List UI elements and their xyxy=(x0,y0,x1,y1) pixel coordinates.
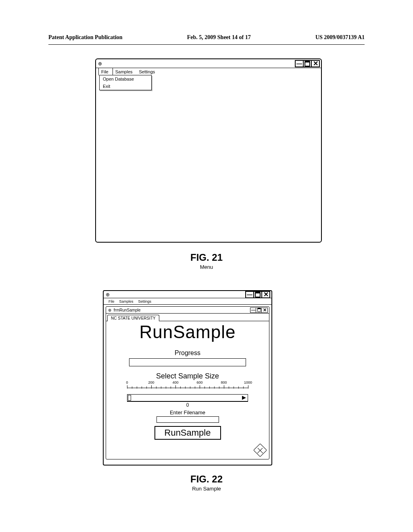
sample-size-slider[interactable] xyxy=(127,394,248,401)
slider-arrow-icon[interactable] xyxy=(242,396,246,400)
sample-size-ruler: 0 200 400 600 800 1000 xyxy=(127,383,248,394)
tab-nc-state[interactable]: NC STATE UNIVERSITY xyxy=(107,315,159,321)
page-header: Patent Application Publication Feb. 5, 2… xyxy=(48,34,365,41)
inner-titlebar: ⊕ frmRunSample — ✕ xyxy=(106,307,269,314)
fig21-caption: FIG. 21 Menu xyxy=(0,252,413,270)
menu-exit[interactable]: Exit xyxy=(100,83,151,90)
runsample-heading: RunSample xyxy=(117,322,258,342)
fig22-caption: FIG. 22 Run Sample xyxy=(0,474,413,492)
busy-spinner-icon xyxy=(253,443,267,457)
header-rule xyxy=(48,44,365,45)
tick-label: 0 xyxy=(126,380,128,384)
frm-run-sample-window: ⊕ frmRunSample — ✕ NC STATE UNIVERSITY R… xyxy=(106,306,269,459)
fig21-window: ⊕ — ✕ File Samples Settings Open Databas… xyxy=(95,58,322,243)
menu-settings[interactable]: Settings xyxy=(137,68,159,75)
fig21-titlebar: ⊕ — ✕ xyxy=(96,59,321,68)
sheet-label: Feb. 5, 2009 Sheet 14 of 17 xyxy=(187,34,251,41)
fig22-number: FIG. 22 xyxy=(0,474,413,485)
menu-settings[interactable]: Settings xyxy=(136,299,154,304)
sample-size-value: 0 xyxy=(127,401,248,408)
enter-filename-label: Enter Filename xyxy=(117,409,258,416)
progress-label: Progress xyxy=(117,349,258,357)
menu-samples[interactable]: Samples xyxy=(113,68,137,75)
minimize-button[interactable]: — xyxy=(295,60,304,67)
fig22-menubar: File Samples Settings xyxy=(104,298,271,305)
maximize-button[interactable] xyxy=(253,291,262,298)
select-sample-size-label: Select Sample Size xyxy=(117,372,258,380)
patent-number: US 2009/0037139 A1 xyxy=(315,34,365,41)
inner-window-title: frmRunSample xyxy=(114,308,141,312)
pub-label: Patent Application Publication xyxy=(48,34,123,41)
tick-label: 800 xyxy=(221,380,227,384)
tick-label: 400 xyxy=(172,380,178,384)
close-button[interactable]: ✕ xyxy=(311,60,320,67)
system-menu-icon[interactable]: ⊕ xyxy=(106,292,110,297)
slider-thumb-icon[interactable] xyxy=(128,395,131,401)
fig21-menubar: File Samples Settings xyxy=(96,68,321,75)
tick-label: 600 xyxy=(196,380,202,384)
close-button[interactable]: ✕ xyxy=(261,308,268,313)
menu-open-database[interactable]: Open Database xyxy=(100,75,151,83)
menu-file[interactable]: File xyxy=(98,68,113,75)
inner-tabstrip: NC STATE UNIVERSITY xyxy=(106,314,269,321)
system-menu-icon[interactable]: ⊕ xyxy=(108,308,111,312)
fig22-window: ⊕ — ✕ File Samples Settings ⊕ frmRunSamp… xyxy=(103,290,272,466)
maximize-button[interactable] xyxy=(303,60,312,67)
fig21-subtitle: Menu xyxy=(0,264,413,270)
tick-label: 200 xyxy=(148,380,154,384)
run-sample-button[interactable]: RunSample xyxy=(154,426,221,440)
system-menu-icon[interactable]: ⊕ xyxy=(98,61,102,66)
close-button[interactable]: ✕ xyxy=(261,291,270,298)
fig22-titlebar: ⊕ — ✕ xyxy=(104,291,271,298)
filename-input[interactable] xyxy=(156,416,219,423)
tick-label: 1000 xyxy=(244,380,252,384)
minimize-button[interactable]: — xyxy=(245,291,254,298)
menu-samples[interactable]: Samples xyxy=(117,299,136,304)
progress-bar xyxy=(129,358,246,366)
fig22-subtitle: Run Sample xyxy=(0,486,413,492)
menu-file[interactable]: File xyxy=(106,299,117,304)
file-dropdown: Open Database Exit xyxy=(99,75,152,90)
fig21-number: FIG. 21 xyxy=(0,252,413,263)
